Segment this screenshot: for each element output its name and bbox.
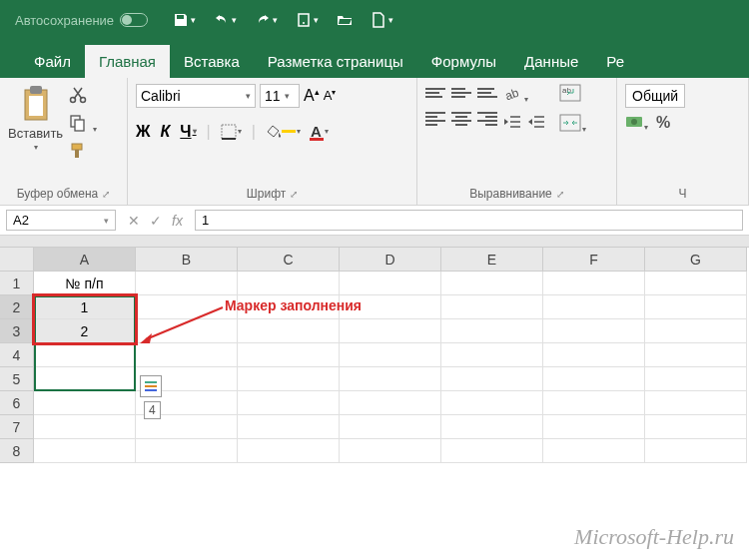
row-header-3[interactable]: 3 bbox=[0, 319, 34, 343]
cell[interactable] bbox=[543, 439, 645, 463]
cell[interactable] bbox=[543, 343, 645, 367]
cell[interactable] bbox=[441, 391, 543, 415]
orientation-icon[interactable]: ab▾ bbox=[503, 84, 528, 106]
col-header-C[interactable]: C bbox=[238, 248, 340, 272]
cell[interactable] bbox=[645, 272, 747, 295]
new-icon[interactable]: ▾ bbox=[371, 12, 393, 28]
autosave-toggle[interactable]: Автосохранение bbox=[15, 13, 148, 28]
cell[interactable] bbox=[645, 343, 747, 367]
underline-button[interactable]: Ч▾ bbox=[180, 123, 196, 141]
cell[interactable] bbox=[34, 439, 136, 463]
dialog-launcher-icon[interactable]: ⤢ bbox=[556, 189, 564, 200]
align-right-icon[interactable] bbox=[477, 110, 497, 128]
cell[interactable] bbox=[645, 295, 747, 319]
tab-home[interactable]: Главная bbox=[85, 45, 170, 78]
row-header-2[interactable]: 2 bbox=[0, 295, 34, 319]
cell[interactable] bbox=[543, 319, 645, 343]
col-header-D[interactable]: D bbox=[340, 248, 441, 272]
percent-icon[interactable]: % bbox=[656, 114, 670, 134]
enter-icon[interactable]: ✓ bbox=[150, 213, 162, 229]
dialog-launcher-icon[interactable]: ⤢ bbox=[290, 189, 298, 200]
cell[interactable] bbox=[238, 439, 340, 463]
tab-review[interactable]: Ре bbox=[592, 45, 638, 78]
formula-input[interactable]: 1 bbox=[195, 210, 743, 231]
col-header-F[interactable]: F bbox=[543, 248, 645, 272]
row-header-6[interactable]: 6 bbox=[0, 391, 34, 415]
cell-A1[interactable]: № п/п bbox=[34, 272, 136, 295]
row-header-4[interactable]: 4 bbox=[0, 343, 34, 367]
cell[interactable] bbox=[441, 295, 543, 319]
open-icon[interactable] bbox=[337, 12, 353, 28]
cell[interactable] bbox=[441, 343, 543, 367]
tab-formulas[interactable]: Формулы bbox=[417, 45, 510, 78]
cell[interactable] bbox=[34, 367, 136, 391]
col-header-B[interactable]: B bbox=[136, 248, 238, 272]
cell[interactable] bbox=[34, 415, 136, 439]
copy-icon[interactable]: ▾ bbox=[69, 114, 96, 136]
row-header-8[interactable]: 8 bbox=[0, 439, 34, 463]
name-box[interactable]: A2 ▾ bbox=[6, 210, 116, 231]
cell[interactable] bbox=[543, 391, 645, 415]
undo-icon[interactable]: ▾ bbox=[214, 12, 237, 28]
col-header-E[interactable]: E bbox=[441, 248, 543, 272]
row-header-1[interactable]: 1 bbox=[0, 272, 34, 295]
cell[interactable] bbox=[441, 367, 543, 391]
bold-button[interactable]: Ж bbox=[136, 123, 150, 141]
tab-data[interactable]: Данные bbox=[510, 45, 592, 78]
spreadsheet-grid[interactable]: A B C D E F G 1№ п/п 21 32 4 5 6 7 8 4 М… bbox=[0, 248, 749, 463]
touch-mode-icon[interactable]: ▾ bbox=[296, 12, 319, 28]
cell[interactable] bbox=[340, 415, 441, 439]
cell[interactable] bbox=[645, 367, 747, 391]
borders-button[interactable]: ▾ bbox=[221, 124, 242, 140]
tab-layout[interactable]: Разметка страницы bbox=[254, 45, 417, 78]
fx-icon[interactable]: fx bbox=[172, 213, 183, 229]
cell[interactable] bbox=[340, 343, 441, 367]
font-size-combo[interactable]: 11 ▾ bbox=[260, 84, 300, 108]
align-left-icon[interactable] bbox=[425, 110, 445, 128]
redo-icon[interactable]: ▾ bbox=[255, 12, 278, 28]
cell[interactable] bbox=[136, 439, 238, 463]
cell[interactable] bbox=[340, 319, 441, 343]
cell-A3[interactable]: 2 bbox=[34, 319, 136, 343]
cell[interactable] bbox=[238, 391, 340, 415]
cell[interactable] bbox=[441, 319, 543, 343]
tab-insert[interactable]: Вставка bbox=[170, 45, 254, 78]
col-header-A[interactable]: A bbox=[34, 248, 136, 272]
align-top-icon[interactable] bbox=[425, 84, 445, 102]
cell[interactable] bbox=[340, 439, 441, 463]
align-bottom-icon[interactable] bbox=[477, 84, 497, 102]
align-middle-icon[interactable] bbox=[451, 84, 471, 102]
cell[interactable] bbox=[34, 343, 136, 367]
cell[interactable] bbox=[238, 272, 340, 295]
cell[interactable] bbox=[136, 272, 238, 295]
font-name-combo[interactable]: Calibri ▾ bbox=[136, 84, 256, 108]
align-center-icon[interactable] bbox=[451, 110, 471, 128]
cell[interactable] bbox=[238, 367, 340, 391]
cell[interactable] bbox=[645, 391, 747, 415]
decrease-indent-icon[interactable] bbox=[503, 114, 521, 134]
cell[interactable] bbox=[543, 367, 645, 391]
cell[interactable] bbox=[543, 295, 645, 319]
cell[interactable] bbox=[340, 391, 441, 415]
cancel-icon[interactable]: ✕ bbox=[128, 213, 140, 229]
font-color-button[interactable]: A ▾ bbox=[311, 122, 329, 141]
cell[interactable] bbox=[543, 272, 645, 295]
cell-A2[interactable]: 1 bbox=[34, 295, 136, 319]
row-header-7[interactable]: 7 bbox=[0, 415, 34, 439]
cell[interactable] bbox=[34, 391, 136, 415]
increase-indent-icon[interactable] bbox=[527, 114, 545, 134]
cell[interactable] bbox=[238, 415, 340, 439]
autofill-options-button[interactable] bbox=[140, 375, 162, 397]
fill-color-button[interactable]: ▾ bbox=[266, 125, 301, 139]
wrap-text-icon[interactable]: ab bbox=[559, 84, 586, 106]
cell[interactable] bbox=[645, 319, 747, 343]
number-format-combo[interactable]: Общий bbox=[625, 84, 685, 108]
cell[interactable] bbox=[238, 319, 340, 343]
col-header-G[interactable]: G bbox=[645, 248, 747, 272]
cell[interactable] bbox=[340, 367, 441, 391]
dialog-launcher-icon[interactable]: ⤢ bbox=[102, 189, 110, 200]
cell[interactable] bbox=[441, 439, 543, 463]
cut-icon[interactable] bbox=[69, 86, 96, 108]
increase-font-icon[interactable]: A▴ bbox=[304, 87, 320, 105]
cell[interactable] bbox=[645, 415, 747, 439]
